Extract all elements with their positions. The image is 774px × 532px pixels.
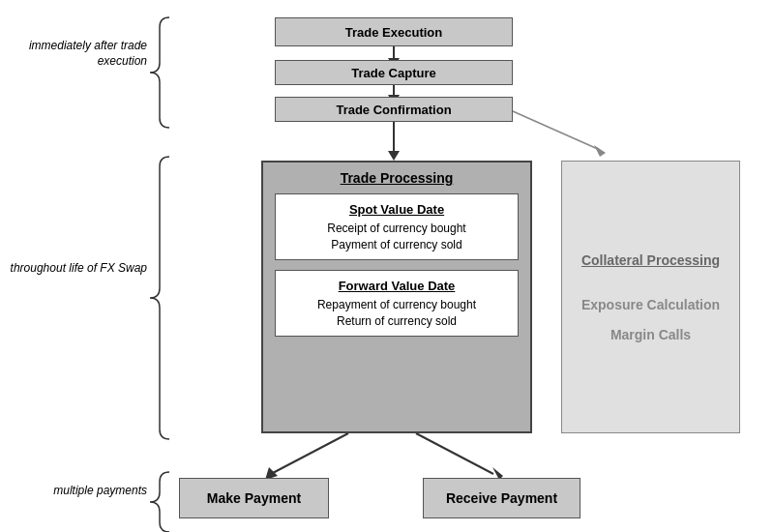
forward-value-date-box: Forward Value Date Repayment of currency… bbox=[275, 270, 519, 337]
svg-marker-5 bbox=[388, 151, 400, 161]
spot-value-date-box: Spot Value Date Receipt of currency boug… bbox=[275, 193, 519, 260]
spot-receipt: Receipt of currency bought bbox=[283, 222, 510, 235]
make-payment-box: Make Payment bbox=[179, 478, 329, 518]
svg-line-8 bbox=[271, 433, 348, 474]
spot-value-date-title: Spot Value Date bbox=[283, 202, 510, 217]
forward-return: Return of currency sold bbox=[283, 314, 510, 328]
diagram-container: immediately after trade execution throug… bbox=[0, 0, 774, 532]
margin-calls: Margin Calls bbox=[610, 327, 691, 342]
trade-execution-box: Trade Execution bbox=[275, 17, 513, 46]
spot-payment: Payment of currency sold bbox=[283, 238, 510, 251]
forward-repayment: Repayment of currency bought bbox=[283, 298, 510, 311]
collateral-processing-box: Collateral Processing Exposure Calculati… bbox=[561, 161, 740, 433]
svg-marker-7 bbox=[594, 145, 606, 157]
trade-processing-title: Trade Processing bbox=[271, 170, 522, 186]
svg-line-10 bbox=[416, 433, 493, 474]
forward-value-date-title: Forward Value Date bbox=[283, 279, 510, 293]
exposure-calculation: Exposure Calculation bbox=[581, 297, 720, 312]
label-throughout-life: throughout life of FX Swap bbox=[2, 261, 147, 277]
trade-capture-box: Trade Capture bbox=[275, 60, 513, 85]
label-immediately-after: immediately after trade execution bbox=[2, 39, 147, 69]
trade-processing-outer: Trade Processing Spot Value Date Receipt… bbox=[261, 161, 532, 433]
label-multiple-payments: multiple payments bbox=[2, 484, 147, 499]
trade-confirmation-box: Trade Confirmation bbox=[275, 97, 513, 122]
collateral-processing-title: Collateral Processing bbox=[581, 252, 720, 268]
receive-payment-box: Receive Payment bbox=[423, 478, 580, 518]
svg-line-6 bbox=[513, 111, 600, 150]
